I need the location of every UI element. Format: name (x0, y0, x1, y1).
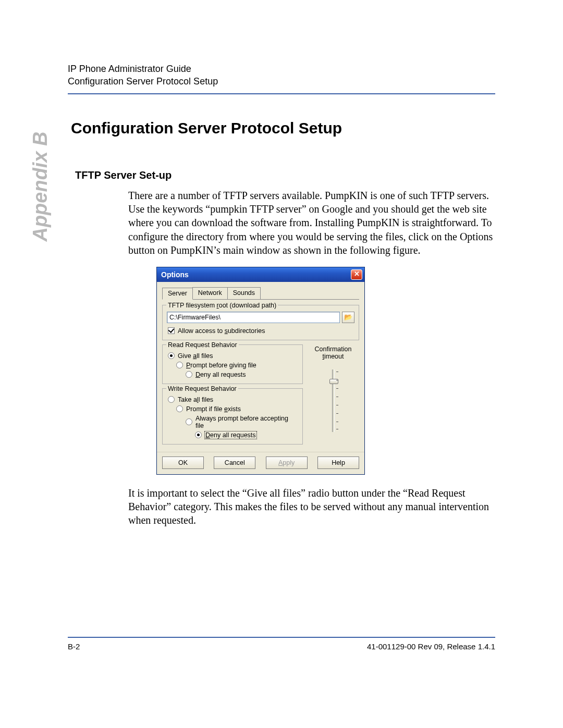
write-opt-take-all[interactable]: Take all files (167, 395, 298, 404)
allow-subdirs-label: Allow access to subdirectories (178, 327, 265, 335)
appendix-label: Appendix B (29, 131, 52, 241)
confirmation-timeout-panel: Confirmation timeout (307, 344, 359, 449)
tab-sounds[interactable]: Sounds (227, 287, 261, 299)
radio-label: Always prompt before accepting file (195, 415, 298, 429)
slider-track-icon (332, 369, 335, 432)
paragraph-2: It is important to select the “Give all … (68, 486, 495, 527)
fieldset-root-path: TFTP filesystem root (download path) C:\… (162, 305, 359, 340)
page-title: Configuration Server Protocol Setup (71, 119, 495, 137)
write-opt-always-prompt[interactable]: Always prompt before accepting file (167, 414, 298, 430)
dialog-title: Options (161, 270, 189, 279)
radio-label: Prompt before giving file (186, 362, 256, 369)
radio-icon (186, 418, 192, 425)
confirmation-label-1: Confirmation (307, 346, 359, 353)
footer-divider (68, 637, 495, 638)
fieldset-write-behavior: Write Request Behavior Take all files Pr… (162, 388, 303, 445)
write-opt-prompt-exists[interactable]: Prompt if file exists (167, 404, 298, 414)
write-legend: Write Request Behavior (166, 385, 238, 392)
section-subheading: TFTP Server Set-up (75, 169, 495, 181)
radio-label: Deny all requests (195, 371, 246, 378)
read-opt-give-all[interactable]: Give all files (167, 351, 298, 361)
fieldset-read-behavior: Read Request Behavior Give all files Pro… (162, 344, 303, 384)
radio-icon (176, 362, 183, 368)
radio-label: Deny all requests (205, 431, 256, 439)
help-button[interactable]: Help (317, 456, 359, 469)
dialog-body: Server Network Sounds TFTP filesystem ro… (157, 282, 364, 452)
header-line-2: Configuration Server Protocol Setup (68, 75, 495, 88)
ok-button[interactable]: OK (162, 456, 204, 469)
timeout-slider[interactable] (307, 369, 359, 432)
read-legend: Read Request Behavior (166, 341, 239, 349)
dialog-titlebar[interactable]: Options ✕ (157, 267, 364, 282)
options-dialog: Options ✕ Server Network Sounds TFTP fil… (156, 267, 365, 475)
page-header: IP Phone Administrator Guide Configurati… (68, 63, 495, 88)
fieldset-root-legend: TFTP filesystem root (download path) (166, 302, 278, 309)
page-number: B-2 (68, 642, 80, 651)
radio-icon (195, 431, 202, 438)
confirmation-label-2: timeout (307, 353, 359, 360)
radio-icon (176, 405, 183, 412)
write-opt-deny[interactable]: Deny all requests (167, 430, 298, 440)
dialog-figure: Options ✕ Server Network Sounds TFTP fil… (68, 267, 495, 475)
dialog-button-row: OK Cancel Apply Help (157, 452, 364, 474)
tab-server[interactable]: Server (162, 288, 193, 300)
apply-button[interactable]: Apply (266, 456, 308, 469)
cancel-button[interactable]: Cancel (214, 456, 255, 469)
tab-strip: Server Network Sounds (162, 287, 359, 300)
radio-icon (168, 352, 175, 359)
tab-network[interactable]: Network (192, 287, 228, 299)
paragraph-1: There are a number of TFTP servers avail… (68, 189, 495, 257)
radio-label: Prompt if file exists (186, 405, 241, 413)
document-revision: 41-001129-00 Rev 09, Release 1.4.1 (367, 642, 495, 651)
header-line-1: IP Phone Administrator Guide (68, 63, 495, 75)
document-page: IP Phone Administrator Guide Configurati… (0, 0, 563, 728)
radio-icon (186, 371, 192, 378)
radio-label: Give all files (178, 352, 213, 360)
close-icon[interactable]: ✕ (351, 269, 362, 280)
radio-label: Take all files (178, 396, 213, 403)
header-divider (68, 93, 495, 94)
read-opt-deny[interactable]: Deny all requests (167, 370, 298, 379)
root-path-input[interactable]: C:\FirmwareFiles\ (167, 312, 340, 323)
page-footer: B-2 41-001129-00 Rev 09, Release 1.4.1 (68, 637, 495, 651)
allow-subdirs-checkbox[interactable]: Allow access to subdirectories (167, 326, 354, 336)
radio-icon (168, 396, 175, 403)
checkbox-icon (168, 327, 175, 334)
browse-folder-icon[interactable]: 📂 (342, 312, 354, 323)
read-opt-prompt[interactable]: Prompt before giving file (167, 361, 298, 370)
